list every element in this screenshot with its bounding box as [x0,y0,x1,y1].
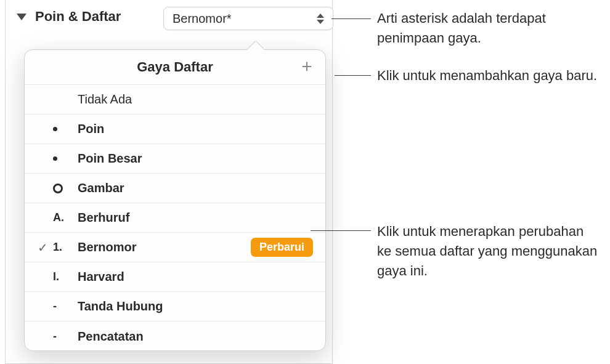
list-item-big-bullet[interactable]: Poin Besar [25,144,325,174]
inspector-panel: Poin & Daftar Bernomor* Gaya Daftar + Ti… [5,0,333,364]
item-label: Pencatatan [78,330,318,344]
list-item-bullet[interactable]: Poin [25,115,325,144]
list-item-note[interactable]: - Pencatatan [25,322,325,351]
list-item-image[interactable]: Gambar [25,174,325,203]
number-marker-icon: 1. [53,241,62,254]
styles-list: Tidak Ada Poin Poin Besar Gambar A. B [25,84,325,351]
list-item-none[interactable]: Tidak Ada [25,85,325,115]
item-label: Poin Besar [78,152,318,166]
update-style-button[interactable]: Perbarui [251,238,313,257]
item-label: Gambar [78,181,318,195]
dropdown-value: Bernomor* [173,12,312,26]
popover-title: Gaya Daftar [137,59,213,75]
roman-marker-icon: I. [53,270,59,283]
bullet-marker: - [53,300,78,313]
add-style-button[interactable]: + [298,59,315,76]
dot-icon [53,156,57,161]
checkmark-icon: ✓ [32,240,53,255]
item-label: Tanda Hubung [78,299,318,313]
list-style-dropdown[interactable]: Bernomor* [163,7,333,30]
letter-marker-icon: A. [53,211,64,224]
item-label: Poin [78,122,318,136]
item-label: Harvard [78,270,318,284]
updown-chevron-icon [317,14,324,24]
chevron-down-icon [17,14,26,20]
callout-asterisk: Arti asterisk adalah terdapat penimpaan … [377,9,605,48]
bullet-marker [53,127,78,131]
list-item-numbered[interactable]: ✓ 1. Bernomor Perbarui [25,233,325,262]
callout-plus: Klik untuk menambahkan gaya baru. [377,66,605,86]
popover-arrow-icon [246,41,264,50]
bullet-marker: A. [53,211,78,224]
bullet-marker: I. [53,270,78,283]
dash-marker-icon: - [53,300,57,313]
callout-line [335,75,371,76]
list-item-harvard[interactable]: I. Harvard [25,262,325,292]
callout-update: Klik untuk menerapkan perubahan ke semua… [377,222,599,281]
list-item-hyphen[interactable]: - Tanda Hubung [25,292,325,322]
item-label: Berhuruf [78,211,318,225]
circle-icon [53,184,63,193]
callout-line [331,18,371,19]
callout-line [311,230,371,231]
dash-marker-icon: - [53,330,57,343]
dot-icon [53,127,57,131]
bullet-marker: - [53,330,78,343]
bullet-marker [53,156,78,161]
bullet-marker [53,184,78,193]
list-styles-popover: Gaya Daftar + Tidak Ada Poin Poin Besar [24,49,326,351]
list-item-lettered[interactable]: A. Berhuruf [25,203,325,233]
popover-header: Gaya Daftar + [25,50,325,84]
section-title: Poin & Daftar [35,9,121,25]
item-label: Tidak Ada [78,92,318,107]
bullet-marker: 1. [53,241,78,254]
